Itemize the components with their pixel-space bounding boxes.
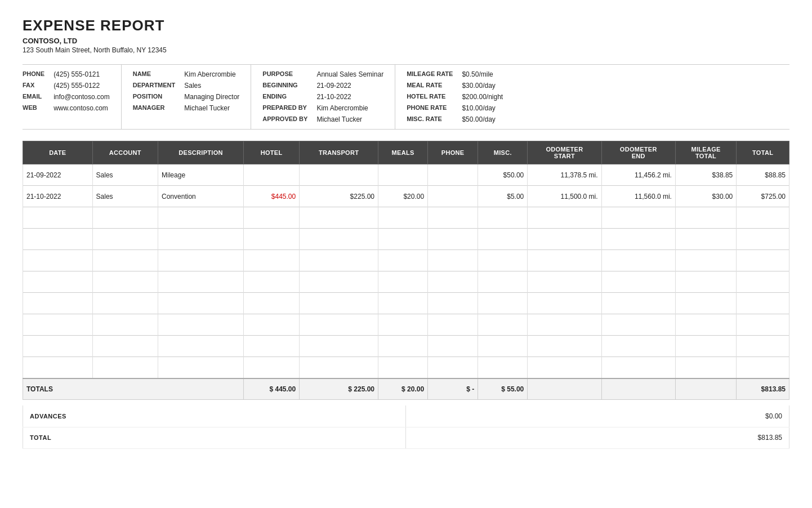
totals-row: TOTALS $ 445.00 $ 225.00 $ 20.00 $ - $ 5… bbox=[23, 378, 789, 400]
company-address: 123 South Main Street, North Buffalo, NY… bbox=[23, 46, 789, 54]
empty-cell bbox=[378, 271, 428, 293]
hotel-rate-value: $200.00/night bbox=[462, 92, 503, 102]
cell-hotel bbox=[244, 164, 300, 186]
empty-cell bbox=[23, 336, 93, 357]
totals-phone: $ - bbox=[428, 378, 478, 400]
empty-cell bbox=[300, 207, 378, 229]
ending-value: 21-10-2022 bbox=[316, 92, 383, 102]
empty-cell bbox=[300, 271, 378, 293]
email-value: info@contoso.com bbox=[53, 92, 110, 102]
empty-cell bbox=[300, 357, 378, 378]
position-label: POSITION bbox=[133, 92, 176, 102]
empty-cell bbox=[737, 357, 789, 378]
col-transport: TRANSPORT bbox=[300, 141, 378, 164]
empty-cell bbox=[92, 293, 158, 314]
col-meals: MEALS bbox=[378, 141, 428, 164]
approved-value: Michael Tucker bbox=[316, 114, 383, 124]
cell-phone bbox=[428, 186, 478, 207]
fax-label: FAX bbox=[23, 81, 44, 91]
empty-cell bbox=[478, 229, 528, 250]
totals-odo-start bbox=[528, 378, 601, 400]
empty-cell bbox=[244, 229, 300, 250]
empty-cell bbox=[601, 207, 675, 229]
empty-cell bbox=[378, 207, 428, 229]
empty-cell bbox=[300, 336, 378, 357]
phone-rate-label: PHONE RATE bbox=[407, 103, 453, 113]
empty-cell bbox=[244, 357, 300, 378]
totals-hotel: $ 445.00 bbox=[244, 378, 300, 400]
cell-meals bbox=[378, 164, 428, 186]
empty-cell bbox=[158, 357, 244, 378]
empty-cell bbox=[158, 336, 244, 357]
cell-account: Sales bbox=[92, 186, 158, 207]
name-value: Kim Abercrombie bbox=[184, 69, 239, 79]
empty-row bbox=[23, 250, 789, 271]
empty-cell bbox=[378, 314, 428, 336]
empty-cell bbox=[675, 336, 736, 357]
empty-cell bbox=[675, 271, 736, 293]
empty-cell bbox=[244, 250, 300, 271]
empty-cell bbox=[23, 250, 93, 271]
empty-cell bbox=[601, 314, 675, 336]
empty-cell bbox=[675, 229, 736, 250]
empty-cell bbox=[528, 207, 601, 229]
empty-cell bbox=[378, 293, 428, 314]
cell-odo-start: 11,500.0 mi. bbox=[528, 186, 601, 207]
empty-cell bbox=[737, 250, 789, 271]
col-odo-start: ODOMETERSTART bbox=[528, 141, 601, 164]
empty-cell bbox=[675, 293, 736, 314]
empty-cell bbox=[158, 314, 244, 336]
empty-cell bbox=[23, 293, 93, 314]
empty-cell bbox=[601, 336, 675, 357]
empty-cell bbox=[528, 336, 601, 357]
prepared-value: Kim Abercrombie bbox=[316, 103, 383, 113]
cell-date: 21-09-2022 bbox=[23, 164, 93, 186]
col-hotel: HOTEL bbox=[244, 141, 300, 164]
misc-rate-label: MISC. RATE bbox=[407, 114, 453, 124]
trip-block: PURPOSE Annual Sales Seminar BEGINNING 2… bbox=[262, 65, 395, 129]
company-name: CONTOSO, LTD bbox=[23, 37, 789, 45]
empty-row bbox=[23, 336, 789, 357]
col-account: ACCOUNT bbox=[92, 141, 158, 164]
col-odo-end: ODOMETEREND bbox=[601, 141, 675, 164]
empty-row bbox=[23, 229, 789, 250]
empty-cell bbox=[92, 336, 158, 357]
empty-row bbox=[23, 293, 789, 314]
cell-date: 21-10-2022 bbox=[23, 186, 93, 207]
dept-value: Sales bbox=[184, 81, 239, 91]
totals-misc: $ 55.00 bbox=[478, 378, 528, 400]
empty-cell bbox=[158, 207, 244, 229]
empty-cell bbox=[244, 314, 300, 336]
empty-cell bbox=[23, 314, 93, 336]
empty-cell bbox=[378, 229, 428, 250]
fax-value: (425) 555-0122 bbox=[53, 81, 110, 91]
cell-total: $725.00 bbox=[737, 186, 789, 207]
empty-cell bbox=[478, 357, 528, 378]
email-label: EMAIL bbox=[23, 92, 44, 102]
empty-cell bbox=[300, 250, 378, 271]
empty-cell bbox=[528, 271, 601, 293]
dept-label: DEPARTMENT bbox=[133, 81, 176, 91]
empty-cell bbox=[428, 357, 478, 378]
cell-transport bbox=[300, 164, 378, 186]
advances-value: $0.00 bbox=[406, 405, 789, 427]
empty-cell bbox=[478, 207, 528, 229]
rates-block: MILEAGE RATE $0.50/mile MEAL RATE $30.00… bbox=[407, 65, 514, 129]
cell-total: $88.85 bbox=[737, 164, 789, 186]
beginning-value: 21-09-2022 bbox=[316, 81, 383, 91]
contact-block: PHONE (425) 555-0121 FAX (425) 555-0122 … bbox=[23, 65, 122, 129]
empty-cell bbox=[92, 314, 158, 336]
empty-cell bbox=[158, 293, 244, 314]
empty-cell bbox=[737, 207, 789, 229]
position-value: Managing Director bbox=[184, 92, 239, 102]
phone-value: (425) 555-0121 bbox=[53, 69, 110, 79]
empty-cell bbox=[428, 271, 478, 293]
cell-odo-end: 11,560.0 mi. bbox=[601, 186, 675, 207]
empty-cell bbox=[23, 271, 93, 293]
empty-cell bbox=[92, 250, 158, 271]
table-row: 21-09-2022 Sales Mileage $50.00 11,378.5… bbox=[23, 164, 789, 186]
prepared-label: PREPARED BY bbox=[262, 103, 307, 113]
empty-row bbox=[23, 357, 789, 378]
empty-cell bbox=[378, 357, 428, 378]
manager-label: MANAGER bbox=[133, 103, 176, 113]
